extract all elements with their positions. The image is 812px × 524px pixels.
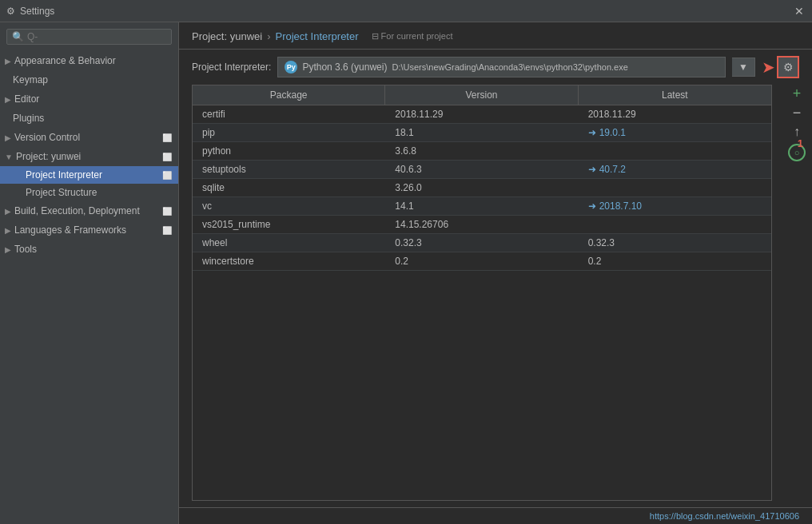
cell-version: 2018.11.29	[385, 105, 578, 123]
content-area: Project: yunwei › Project Interpreter ⊟ …	[179, 22, 812, 524]
sidebar-item-label: Keymap	[13, 74, 172, 85]
upgrade-arrow-icon: ➜	[588, 127, 596, 138]
cell-package: pip	[193, 124, 385, 141]
settings-small-icon: ⬜	[162, 226, 172, 235]
cell-latest: 0.32.3	[579, 234, 771, 252]
sidebar-item-tools[interactable]: ▶ Tools	[0, 240, 178, 259]
cell-package: setuptools	[193, 161, 385, 178]
table-row[interactable]: vs2015_runtime14.15.26706	[193, 216, 771, 234]
search-icon: 🔍	[12, 31, 24, 42]
arrow-icon: ▶	[5, 207, 11, 216]
url-text: https://blog.csdn.net/weixin_41710606	[650, 511, 799, 521]
column-version: Version	[385, 85, 578, 105]
table-actions-wrapper: Package Version Latest certifi2018.11.29…	[179, 85, 812, 507]
gear-icon: ⚙	[783, 61, 794, 73]
cell-latest: 0.2	[579, 252, 771, 270]
breadcrumb-current: Project Interpreter	[276, 30, 359, 42]
cell-package: certifi	[193, 105, 385, 123]
table-row[interactable]: vc14.1➜ 2018.7.10	[193, 197, 771, 216]
sidebar-child-label: Project Structure	[26, 187, 97, 198]
sidebar: 🔍 ▶ Appearance & Behavior Keymap ▶ Edito…	[0, 22, 179, 524]
settings-small-icon: ⬜	[162, 171, 172, 180]
sidebar-item-plugins[interactable]: Plugins	[0, 109, 178, 128]
interpreter-display: Py Python 3.6 (yunwei) D:\Users\newGradi…	[277, 57, 726, 77]
cell-version: 3.26.0	[385, 179, 578, 196]
arrow-icon: ▶	[5, 95, 11, 104]
cell-version: 3.6.8	[385, 142, 578, 160]
cell-latest: ➜ 19.0.1	[579, 124, 771, 141]
cell-latest: ➜ 2018.7.10	[579, 197, 771, 215]
cell-package: python	[193, 142, 385, 160]
sidebar-item-label: Editor	[14, 93, 172, 105]
close-button[interactable]: ✕	[793, 5, 806, 18]
packages-table: Package Version Latest certifi2018.11.29…	[192, 85, 772, 501]
sidebar-item-languages[interactable]: ▶ Languages & Frameworks ⬜	[0, 220, 178, 240]
sidebar-item-keymap[interactable]: Keymap	[0, 70, 178, 89]
cell-version: 14.15.26706	[385, 216, 578, 233]
right-actions: + − ↑ 1 ○	[785, 85, 809, 501]
sidebar-item-editor[interactable]: ▶ Editor	[0, 89, 178, 109]
python-label: Python 3.6 (yunwei)	[302, 62, 387, 73]
arrow-icon: ▼	[5, 153, 13, 161]
table-row[interactable]: pip18.1➜ 19.0.1	[193, 124, 771, 142]
table-row[interactable]: certifi2018.11.292018.11.29	[193, 105, 771, 124]
bottom-bar: https://blog.csdn.net/weixin_41710606	[179, 507, 812, 524]
sidebar-item-build[interactable]: ▶ Build, Execution, Deployment ⬜	[0, 201, 178, 220]
table-row[interactable]: wincertstore0.20.2	[193, 252, 771, 271]
cell-package: wheel	[193, 234, 385, 252]
sidebar-item-label: Plugins	[13, 113, 172, 124]
dropdown-arrow-icon: ▼	[738, 62, 748, 73]
sidebar-item-version-control[interactable]: ▶ Version Control ⬜	[0, 128, 178, 147]
interpreter-dropdown-button[interactable]: ▼	[732, 58, 755, 77]
interpreter-settings-button[interactable]: ⚙	[777, 56, 799, 78]
table-row[interactable]: sqlite3.26.0	[193, 179, 771, 197]
title-bar-title: ⚙ Settings	[6, 6, 54, 17]
cell-package: vs2015_runtime	[193, 216, 385, 233]
title-bar: ⚙ Settings ✕	[0, 0, 812, 22]
cell-version: 18.1	[385, 124, 578, 141]
settings-small-icon: ⬜	[162, 153, 172, 161]
for-current-project-tag: ⊟ For current project	[372, 31, 453, 42]
table-row[interactable]: setuptools40.6.3➜ 40.7.2	[193, 161, 771, 179]
arrow-icon: ▶	[5, 57, 11, 66]
sidebar-child-label: Project Interpreter	[26, 169, 102, 181]
sidebar-item-label: Tools	[14, 244, 172, 255]
breadcrumb: Project: yunwei › Project Interpreter	[192, 30, 359, 42]
sidebar-item-project-interpreter[interactable]: Project Interpreter ⬜	[0, 166, 178, 184]
cell-version: 14.1	[385, 197, 578, 215]
cell-latest	[579, 216, 771, 233]
sidebar-item-project-structure[interactable]: Project Structure	[0, 184, 178, 201]
red-arrow-indicator: ➤	[762, 58, 775, 77]
sidebar-item-label: Languages & Frameworks	[14, 224, 162, 236]
sidebar-item-label: Version Control	[14, 132, 162, 143]
cell-package: vc	[193, 197, 385, 215]
cell-package: sqlite	[193, 179, 385, 196]
search-box[interactable]: 🔍	[6, 29, 172, 45]
search-input[interactable]	[27, 31, 166, 42]
table-body: certifi2018.11.292018.11.29pip18.1➜ 19.0…	[193, 105, 771, 271]
interpreter-row: Project Interpreter: Py Python 3.6 (yunw…	[179, 50, 812, 85]
badge-count: 1	[798, 137, 803, 149]
content-header: Project: yunwei › Project Interpreter ⊟ …	[179, 22, 812, 50]
cell-latest: 2018.11.29	[579, 105, 771, 123]
settings-small-icon: ⬜	[162, 133, 172, 142]
sidebar-item-project-yunwei[interactable]: ▼ Project: yunwei ⬜	[0, 147, 178, 166]
arrow-icon: ▶	[5, 245, 11, 254]
arrow-icon: ▶	[5, 133, 11, 142]
table-row[interactable]: wheel0.32.30.32.3	[193, 234, 771, 252]
cell-version: 0.2	[385, 252, 578, 270]
title-text: Settings	[20, 6, 54, 17]
add-package-button[interactable]: +	[788, 85, 806, 102]
cell-version: 0.32.3	[385, 234, 578, 252]
table-header: Package Version Latest	[193, 85, 771, 105]
cell-latest	[579, 142, 771, 160]
settings-small-icon: ⬜	[162, 207, 172, 216]
sidebar-item-appearance[interactable]: ▶ Appearance & Behavior	[0, 51, 178, 70]
column-package: Package	[193, 85, 385, 105]
interpreter-label: Project Interpreter:	[192, 62, 271, 73]
column-latest: Latest	[579, 85, 771, 105]
remove-package-button[interactable]: −	[788, 104, 806, 121]
sidebar-item-label: Build, Execution, Deployment	[14, 205, 162, 216]
settings-icon: ⚙	[6, 6, 15, 17]
table-row[interactable]: python3.6.8	[193, 142, 771, 161]
